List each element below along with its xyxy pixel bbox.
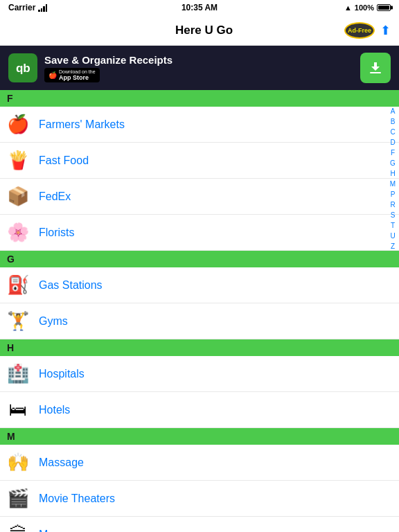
alpha-letter-d[interactable]: D: [388, 138, 398, 148]
alpha-letter-h[interactable]: H: [388, 169, 398, 179]
app-store-label: App Store: [59, 74, 96, 81]
fast-food-icon-container: 🍟: [6, 148, 30, 173]
florists-label: Florists: [39, 227, 392, 239]
ad-banner[interactable]: qb Save & Organize Receipts 🍎 Download o…: [0, 46, 399, 90]
farmers-markets-label: Farmers' Markets: [39, 118, 392, 131]
section-header-g: G: [0, 251, 399, 267]
ad-appstore: 🍎 Download on the App Store: [44, 68, 100, 82]
apple-icon: 🍎: [48, 71, 57, 79]
list-item-fast-food[interactable]: 🍟Fast Food: [0, 143, 399, 179]
list-item-movie-theaters[interactable]: 🎬Movie Theaters: [0, 481, 399, 517]
ad-logo: qb: [8, 53, 37, 82]
fast-food-label: Fast Food: [39, 154, 392, 167]
battery-icon: [377, 4, 391, 11]
gyms-icon: 🏋: [7, 310, 29, 332]
fedex-icon-container: 📦: [6, 184, 30, 209]
list-item-hospitals[interactable]: 🏥Hospitals: [0, 356, 399, 392]
alpha-letter-s[interactable]: S: [388, 211, 398, 220]
fedex-icon: 📦: [7, 186, 29, 207]
alpha-letter-m[interactable]: M: [388, 179, 398, 189]
location-icon: ▲: [344, 3, 352, 12]
list-item-hotels[interactable]: 🛏Hotels: [0, 392, 399, 428]
alpha-letter-t[interactable]: T: [388, 221, 398, 231]
svg-text:qb: qb: [16, 62, 30, 75]
list-item-massage[interactable]: 🙌Massage: [0, 445, 399, 481]
gyms-label: Gyms: [39, 315, 392, 328]
hotels-label: Hotels: [39, 404, 392, 416]
list-item-gas-stations[interactable]: ⛽Gas Stations: [0, 267, 399, 303]
nav-bar: Here U Go Ad-Free ⬆: [0, 15, 399, 46]
alpha-letter-b[interactable]: B: [388, 117, 398, 127]
hospitals-icon-container: 🏥: [6, 362, 30, 387]
museums-icon: 🏛: [9, 524, 27, 532]
hospitals-icon: 🏥: [7, 363, 29, 384]
section-header-h: H: [0, 339, 399, 356]
alpha-letter-g[interactable]: G: [388, 159, 398, 168]
carrier-label: Carrier: [8, 3, 35, 12]
ad-title: Save & Organize Receipts: [44, 54, 360, 66]
alpha-letter-p[interactable]: P: [388, 190, 398, 200]
list-item-fedex[interactable]: 📦FedEx: [0, 179, 399, 215]
nav-title: Here U Go: [64, 24, 344, 37]
section-header-m: M: [0, 428, 399, 445]
ad-free-badge[interactable]: Ad-Free: [344, 22, 375, 39]
alpha-index: ABCDFGHMPRSTUZ: [388, 107, 398, 251]
fedex-label: FedEx: [39, 190, 392, 203]
ad-text: Save & Organize Receipts 🍎 Download on t…: [44, 54, 360, 82]
status-bar: Carrier 10:35 AM ▲ 100%: [0, 0, 399, 15]
status-left: Carrier: [8, 3, 47, 12]
massage-icon: 🙌: [7, 452, 29, 473]
farmers-markets-icon: 🍎: [7, 114, 29, 135]
gas-stations-icon-container: ⛽: [6, 273, 30, 298]
ad-appstore-text: Download on the App Store: [59, 69, 96, 81]
massage-label: Massage: [39, 456, 392, 469]
gas-stations-label: Gas Stations: [39, 279, 392, 292]
signal-icon: [38, 3, 47, 12]
svg-rect-2: [370, 72, 381, 73]
massage-icon-container: 🙌: [6, 450, 30, 475]
nav-right: Ad-Free ⬆: [344, 22, 391, 39]
list-item-gyms[interactable]: 🏋Gyms: [0, 303, 399, 339]
list-item-florists[interactable]: 🌸Florists: [0, 215, 399, 251]
battery-label: 100%: [355, 3, 374, 12]
ad-download-button[interactable]: [360, 53, 391, 83]
hotels-icon-container: 🛏: [6, 398, 30, 423]
alpha-letter-c[interactable]: C: [388, 127, 398, 137]
ad-free-label: Ad-Free: [348, 27, 371, 34]
list-item-farmers-markets[interactable]: 🍎Farmers' Markets: [0, 107, 399, 143]
museums-label: Museums: [39, 529, 392, 533]
gyms-icon-container: 🏋: [6, 309, 30, 334]
main-list: F🍎Farmers' Markets🍟Fast Food📦FedEx🌸Flori…: [0, 90, 399, 532]
hospitals-label: Hospitals: [39, 368, 392, 380]
hotels-icon: 🛏: [9, 399, 27, 420]
status-time: 10:35 AM: [181, 3, 218, 12]
share-icon[interactable]: ⬆: [380, 23, 391, 38]
status-right: ▲ 100%: [344, 3, 391, 12]
movie-theaters-icon: 🎬: [7, 488, 29, 509]
alpha-letter-r[interactable]: R: [388, 200, 398, 210]
section-header-f: F: [0, 90, 399, 107]
movie-theaters-label: Movie Theaters: [39, 493, 392, 505]
alpha-letter-z[interactable]: Z: [388, 242, 398, 251]
florists-icon: 🌸: [7, 222, 29, 243]
movie-theaters-icon-container: 🎬: [6, 486, 30, 511]
list-item-museums[interactable]: 🏛Museums: [0, 517, 399, 532]
farmers-markets-icon-container: 🍎: [6, 112, 30, 137]
fast-food-icon: 🍟: [7, 150, 29, 171]
download-on-label: Download on the: [59, 69, 96, 74]
alpha-letter-f[interactable]: F: [388, 148, 398, 158]
alpha-letter-a[interactable]: A: [388, 107, 398, 116]
florists-icon-container: 🌸: [6, 220, 30, 245]
museums-icon-container: 🏛: [6, 522, 30, 533]
gas-stations-icon: ⛽: [7, 274, 29, 296]
alpha-letter-u[interactable]: U: [388, 231, 398, 241]
